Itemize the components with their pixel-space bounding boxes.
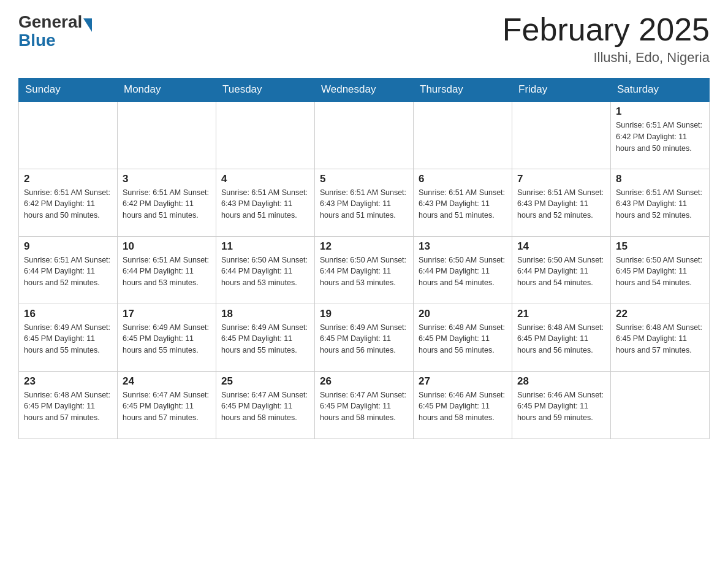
day-number: 3 (123, 173, 211, 185)
calendar-cell: 8Sunrise: 6:51 AM Sunset: 6:43 PM Daylig… (611, 169, 710, 236)
day-number: 14 (517, 240, 605, 253)
calendar-week-row: 16Sunrise: 6:49 AM Sunset: 6:45 PM Dayli… (19, 304, 710, 371)
day-info: Sunrise: 6:48 AM Sunset: 6:45 PM Dayligh… (24, 389, 112, 424)
calendar-week-row: 2Sunrise: 6:51 AM Sunset: 6:42 PM Daylig… (19, 169, 710, 236)
logo-general-text: General (18, 12, 82, 32)
calendar-cell: 17Sunrise: 6:49 AM Sunset: 6:45 PM Dayli… (118, 304, 216, 371)
calendar-cell: 18Sunrise: 6:49 AM Sunset: 6:45 PM Dayli… (216, 304, 315, 371)
calendar-week-row: 1Sunrise: 6:51 AM Sunset: 6:42 PM Daylig… (19, 101, 710, 169)
calendar-cell (414, 101, 512, 169)
calendar-cell: 7Sunrise: 6:51 AM Sunset: 6:43 PM Daylig… (512, 169, 611, 236)
day-number: 27 (419, 375, 507, 388)
weekday-header-tuesday: Tuesday (216, 79, 315, 102)
day-info: Sunrise: 6:49 AM Sunset: 6:45 PM Dayligh… (320, 322, 408, 356)
calendar-cell (315, 101, 414, 169)
day-info: Sunrise: 6:51 AM Sunset: 6:42 PM Dayligh… (123, 187, 211, 221)
calendar-cell (512, 101, 611, 169)
calendar-cell: 2Sunrise: 6:51 AM Sunset: 6:42 PM Daylig… (19, 169, 118, 236)
calendar-cell: 23Sunrise: 6:48 AM Sunset: 6:45 PM Dayli… (19, 371, 118, 439)
day-number: 21 (517, 308, 605, 320)
day-info: Sunrise: 6:49 AM Sunset: 6:45 PM Dayligh… (24, 322, 112, 356)
calendar-cell: 11Sunrise: 6:50 AM Sunset: 6:44 PM Dayli… (216, 236, 315, 304)
day-number: 22 (616, 308, 704, 320)
page-header: General Blue February 2025 Illushi, Edo,… (18, 12, 710, 66)
calendar-cell: 27Sunrise: 6:46 AM Sunset: 6:45 PM Dayli… (414, 371, 512, 439)
calendar-cell: 20Sunrise: 6:48 AM Sunset: 6:45 PM Dayli… (414, 304, 512, 371)
weekday-header-sunday: Sunday (19, 79, 118, 102)
day-number: 28 (517, 375, 605, 388)
day-info: Sunrise: 6:50 AM Sunset: 6:44 PM Dayligh… (320, 255, 408, 289)
weekday-header-row: SundayMondayTuesdayWednesdayThursdayFrid… (19, 79, 710, 102)
day-number: 8 (616, 173, 704, 185)
day-info: Sunrise: 6:50 AM Sunset: 6:44 PM Dayligh… (517, 255, 605, 289)
day-info: Sunrise: 6:51 AM Sunset: 6:43 PM Dayligh… (517, 187, 605, 221)
day-info: Sunrise: 6:46 AM Sunset: 6:45 PM Dayligh… (517, 389, 605, 424)
day-info: Sunrise: 6:50 AM Sunset: 6:45 PM Dayligh… (616, 255, 704, 289)
day-number: 12 (320, 240, 408, 253)
day-info: Sunrise: 6:47 AM Sunset: 6:45 PM Dayligh… (221, 389, 309, 424)
day-number: 9 (24, 240, 112, 253)
day-number: 11 (221, 240, 309, 253)
day-number: 26 (320, 375, 408, 388)
day-info: Sunrise: 6:48 AM Sunset: 6:45 PM Dayligh… (616, 322, 704, 356)
calendar-cell: 6Sunrise: 6:51 AM Sunset: 6:43 PM Daylig… (414, 169, 512, 236)
day-info: Sunrise: 6:51 AM Sunset: 6:43 PM Dayligh… (320, 187, 408, 221)
day-info: Sunrise: 6:48 AM Sunset: 6:45 PM Dayligh… (419, 322, 507, 356)
day-number: 18 (221, 308, 309, 320)
weekday-header-saturday: Saturday (611, 79, 710, 102)
calendar-cell (611, 371, 710, 439)
day-info: Sunrise: 6:48 AM Sunset: 6:45 PM Dayligh… (517, 322, 605, 356)
day-info: Sunrise: 6:51 AM Sunset: 6:42 PM Dayligh… (24, 187, 112, 221)
logo: General Blue (18, 12, 92, 50)
calendar-cell: 10Sunrise: 6:51 AM Sunset: 6:44 PM Dayli… (118, 236, 216, 304)
calendar-table: SundayMondayTuesdayWednesdayThursdayFrid… (18, 78, 710, 439)
calendar-cell: 4Sunrise: 6:51 AM Sunset: 6:43 PM Daylig… (216, 169, 315, 236)
day-number: 1 (616, 105, 704, 118)
day-number: 6 (419, 173, 507, 185)
calendar-cell (216, 101, 315, 169)
day-number: 13 (419, 240, 507, 253)
day-info: Sunrise: 6:49 AM Sunset: 6:45 PM Dayligh… (123, 322, 211, 356)
day-number: 20 (419, 308, 507, 320)
calendar-cell: 9Sunrise: 6:51 AM Sunset: 6:44 PM Daylig… (19, 236, 118, 304)
calendar-cell: 19Sunrise: 6:49 AM Sunset: 6:45 PM Dayli… (315, 304, 414, 371)
calendar-body: 1Sunrise: 6:51 AM Sunset: 6:42 PM Daylig… (19, 101, 710, 439)
weekday-header-friday: Friday (512, 79, 611, 102)
calendar-cell: 26Sunrise: 6:47 AM Sunset: 6:45 PM Dayli… (315, 371, 414, 439)
day-number: 15 (616, 240, 704, 253)
calendar-cell (19, 101, 118, 169)
weekday-header-thursday: Thursday (414, 79, 512, 102)
day-number: 25 (221, 375, 309, 388)
day-info: Sunrise: 6:51 AM Sunset: 6:44 PM Dayligh… (123, 255, 211, 289)
calendar-cell: 3Sunrise: 6:51 AM Sunset: 6:42 PM Daylig… (118, 169, 216, 236)
calendar-title: February 2025 (502, 12, 710, 47)
calendar-week-row: 23Sunrise: 6:48 AM Sunset: 6:45 PM Dayli… (19, 371, 710, 439)
day-number: 23 (24, 375, 112, 388)
title-block: February 2025 Illushi, Edo, Nigeria (502, 12, 710, 66)
day-number: 19 (320, 308, 408, 320)
day-info: Sunrise: 6:47 AM Sunset: 6:45 PM Dayligh… (123, 389, 211, 424)
day-number: 24 (123, 375, 211, 388)
day-number: 2 (24, 173, 112, 185)
day-number: 10 (123, 240, 211, 253)
day-info: Sunrise: 6:47 AM Sunset: 6:45 PM Dayligh… (320, 389, 408, 424)
calendar-week-row: 9Sunrise: 6:51 AM Sunset: 6:44 PM Daylig… (19, 236, 710, 304)
day-info: Sunrise: 6:50 AM Sunset: 6:44 PM Dayligh… (221, 255, 309, 289)
calendar-cell: 5Sunrise: 6:51 AM Sunset: 6:43 PM Daylig… (315, 169, 414, 236)
calendar-cell: 21Sunrise: 6:48 AM Sunset: 6:45 PM Dayli… (512, 304, 611, 371)
calendar-cell: 1Sunrise: 6:51 AM Sunset: 6:42 PM Daylig… (611, 101, 710, 169)
calendar-subtitle: Illushi, Edo, Nigeria (502, 50, 710, 66)
day-number: 5 (320, 173, 408, 185)
calendar-cell: 16Sunrise: 6:49 AM Sunset: 6:45 PM Dayli… (19, 304, 118, 371)
day-info: Sunrise: 6:51 AM Sunset: 6:43 PM Dayligh… (221, 187, 309, 221)
day-info: Sunrise: 6:51 AM Sunset: 6:43 PM Dayligh… (616, 187, 704, 221)
day-info: Sunrise: 6:51 AM Sunset: 6:43 PM Dayligh… (419, 187, 507, 221)
calendar-cell: 25Sunrise: 6:47 AM Sunset: 6:45 PM Dayli… (216, 371, 315, 439)
day-info: Sunrise: 6:50 AM Sunset: 6:44 PM Dayligh… (419, 255, 507, 289)
calendar-cell: 14Sunrise: 6:50 AM Sunset: 6:44 PM Dayli… (512, 236, 611, 304)
day-info: Sunrise: 6:46 AM Sunset: 6:45 PM Dayligh… (419, 389, 507, 424)
calendar-cell: 22Sunrise: 6:48 AM Sunset: 6:45 PM Dayli… (611, 304, 710, 371)
day-number: 16 (24, 308, 112, 320)
weekday-header-wednesday: Wednesday (315, 79, 414, 102)
weekday-header-monday: Monday (118, 79, 216, 102)
